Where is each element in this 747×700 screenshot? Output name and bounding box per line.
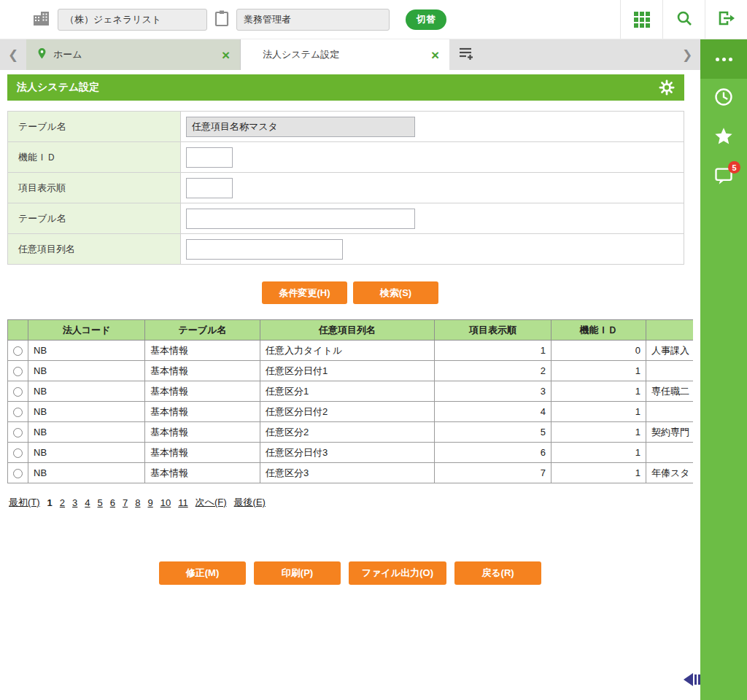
- table-cell: 基本情報: [145, 463, 260, 483]
- form-label: 機能ＩＤ: [8, 142, 181, 172]
- table-row: NB基本情報任意区分131専任職二: [8, 381, 694, 402]
- collapse-icon: [684, 673, 693, 686]
- add-tab-button[interactable]: [449, 39, 483, 70]
- tab-home[interactable]: ホーム ×: [26, 39, 241, 70]
- page-link[interactable]: 4: [85, 497, 90, 508]
- table-cell: NB: [28, 402, 145, 422]
- search-button[interactable]: [662, 0, 705, 39]
- tab-close-icon[interactable]: ×: [222, 48, 230, 62]
- table-cell: 基本情報: [145, 443, 260, 463]
- tab-close-icon[interactable]: ×: [431, 48, 439, 62]
- page-link[interactable]: 9: [147, 497, 152, 508]
- tabbar-spacer: [483, 39, 674, 70]
- column-header: 任意項目列名: [260, 320, 435, 341]
- form-value: [181, 173, 684, 203]
- page-link[interactable]: 8: [135, 497, 140, 508]
- row-select-radio[interactable]: [13, 346, 23, 356]
- row-select-radio[interactable]: [13, 448, 23, 458]
- row-select-radio[interactable]: [13, 428, 23, 438]
- display-order-field[interactable]: [186, 178, 233, 198]
- radio-cell: [8, 422, 28, 443]
- column-header: 項目表示順: [435, 320, 551, 341]
- page-link[interactable]: 7: [123, 497, 128, 508]
- table-cell: 1: [551, 361, 646, 381]
- file-export-button[interactable]: ファイル出力(O): [349, 561, 446, 585]
- edit-button[interactable]: 修正(M): [159, 561, 246, 585]
- table-header-row: 法人コード テーブル名 任意項目列名 項目表示順 機能ＩＤ: [8, 320, 694, 341]
- add-tab-icon: [458, 46, 474, 63]
- company-field[interactable]: [58, 9, 207, 31]
- form-row: テーブル名: [8, 112, 684, 142]
- column-header: 法人コード: [28, 320, 145, 341]
- form-label: 任意項目列名: [8, 234, 181, 264]
- logout-button[interactable]: [705, 0, 747, 39]
- table-cell: 任意区分1: [260, 381, 435, 402]
- column-name-field[interactable]: [186, 239, 343, 260]
- sidebar-favorites-button[interactable]: [700, 118, 747, 158]
- sidebar-history-button[interactable]: [700, 79, 747, 118]
- table-row: NB基本情報任意区分日付121: [8, 361, 694, 381]
- switch-button[interactable]: 切替: [406, 9, 446, 30]
- radio-cell: [8, 463, 28, 483]
- change-conditions-button[interactable]: 条件変更(H): [262, 281, 347, 304]
- table-cell: 6: [435, 443, 551, 463]
- table-cell: NB: [28, 422, 145, 443]
- table-cell: 任意区分日付1: [260, 361, 435, 381]
- sidebar-more-button[interactable]: [700, 39, 747, 79]
- table-name-field[interactable]: [186, 209, 415, 229]
- table-cell: 2: [435, 361, 551, 381]
- collapse-sidebar-button[interactable]: [684, 673, 700, 686]
- right-sidebar: 5: [700, 39, 747, 700]
- search-actions: 条件変更(H) 検索(S): [0, 281, 700, 304]
- function-id-field[interactable]: [186, 147, 233, 168]
- page-current: 1: [47, 497, 53, 508]
- tabs-scroll-left-button[interactable]: ❮: [0, 39, 26, 70]
- history-icon: [713, 87, 734, 110]
- apps-grid-button[interactable]: [620, 0, 662, 39]
- table-cell: 基本情報: [145, 402, 260, 422]
- condition-form: テーブル名 機能ＩＤ 項目表示順 テーブル名 任意項目列名: [7, 111, 684, 265]
- settings-gear-icon[interactable]: [659, 79, 675, 96]
- row-select-radio[interactable]: [13, 469, 23, 478]
- tab-settings[interactable]: 法人システム設定 ×: [241, 39, 449, 70]
- form-label: テーブル名: [8, 203, 181, 233]
- page-link[interactable]: 2: [60, 497, 65, 508]
- search-execute-button[interactable]: 検索(S): [353, 281, 438, 304]
- apps-grid-icon: [634, 12, 650, 28]
- table-cell: 3: [435, 381, 551, 402]
- tab-home-label: ホーム: [53, 48, 222, 61]
- page-first-link[interactable]: 最初(T): [9, 496, 40, 509]
- search-icon: [676, 9, 693, 30]
- table-row: NB基本情報任意区分371年俸スタ: [8, 463, 694, 483]
- table-cell: 任意区分2: [260, 422, 435, 443]
- page-link[interactable]: 5: [98, 497, 103, 508]
- page-link[interactable]: 11: [178, 497, 188, 508]
- page-next-link[interactable]: 次へ(F): [196, 496, 227, 509]
- sidebar-messages-button[interactable]: 5: [700, 158, 747, 197]
- table-cell: 1: [551, 402, 646, 422]
- notification-badge: 5: [728, 161, 740, 174]
- more-icon: [716, 58, 732, 61]
- table-cell: NB: [28, 443, 145, 463]
- table-name-readonly-field[interactable]: [186, 117, 415, 137]
- tabs-scroll-right-button[interactable]: ❯: [674, 39, 700, 70]
- radio-cell: [8, 402, 28, 422]
- bottom-actions: 修正(M) 印刷(P) ファイル出力(O) 戻る(R): [0, 561, 700, 585]
- radio-cell: [8, 443, 28, 463]
- print-button[interactable]: 印刷(P): [254, 561, 341, 585]
- page-link[interactable]: 6: [110, 497, 115, 508]
- form-label: テーブル名: [8, 112, 181, 141]
- back-button[interactable]: 戻る(R): [454, 561, 541, 585]
- row-select-radio[interactable]: [13, 408, 23, 417]
- row-select-radio[interactable]: [13, 367, 23, 376]
- results-area: 法人コード テーブル名 任意項目列名 項目表示順 機能ＩＤ NB基本情報任意入力…: [7, 319, 693, 483]
- pagination: 最初(T) 1 234567891011 次へ(F) 最後(E): [9, 496, 266, 509]
- table-cell: NB: [28, 381, 145, 402]
- topbar-icons: [620, 0, 747, 39]
- page-last-link[interactable]: 最後(E): [234, 496, 266, 509]
- row-select-radio[interactable]: [13, 387, 23, 397]
- table-row: NB基本情報任意区分251契約専門: [8, 422, 694, 443]
- role-field[interactable]: [236, 9, 390, 31]
- page-link[interactable]: 10: [160, 497, 171, 508]
- page-link[interactable]: 3: [72, 497, 77, 508]
